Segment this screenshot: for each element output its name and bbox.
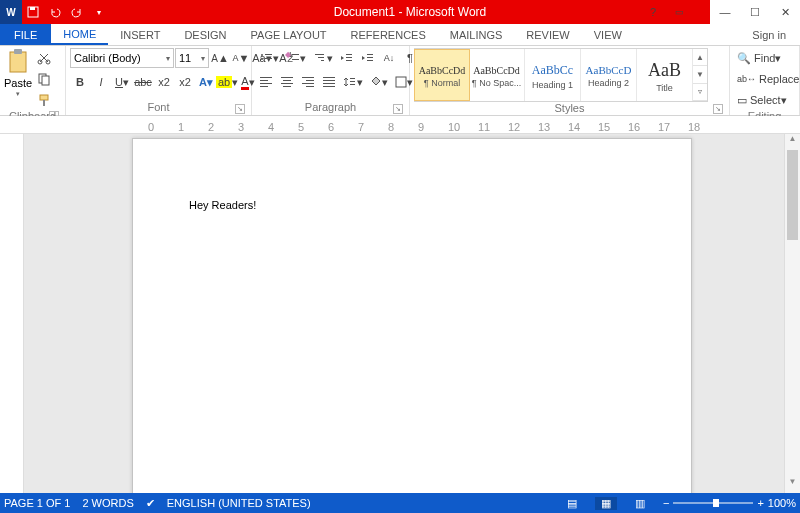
minimize-button[interactable]: — <box>710 0 740 24</box>
style-item-1[interactable]: AaBbCcDd¶ No Spac... <box>469 49 525 101</box>
document-text[interactable]: Hey Readers! <box>189 199 256 211</box>
vertical-ruler[interactable] <box>0 134 24 493</box>
replace-button[interactable]: ab↔Replace <box>734 69 798 89</box>
svg-rect-9 <box>43 100 45 106</box>
underline-button[interactable]: U▾ <box>112 72 132 92</box>
ribbon-display-icon[interactable]: ▭ <box>668 7 690 17</box>
tab-mailings[interactable]: MAILINGS <box>438 24 515 45</box>
redo-icon[interactable] <box>66 0 88 24</box>
align-right-button[interactable] <box>298 72 318 92</box>
grow-font-button[interactable]: A▲ <box>210 48 230 68</box>
style-item-2[interactable]: AaBbCcHeading 1 <box>525 49 581 101</box>
undo-icon[interactable] <box>44 0 66 24</box>
group-font: ▾ ▾ A▲ A▼ Aa▾ A◆ B I U▾ abc x2 x2 A▾ ab▾… <box>66 46 252 115</box>
paste-label: Paste <box>4 77 32 89</box>
scrollbar-thumb[interactable] <box>787 150 798 240</box>
select-button[interactable]: ▭Select ▾ <box>734 90 798 110</box>
help-icon[interactable]: ? <box>642 6 664 18</box>
document-page[interactable]: Hey Readers! <box>132 138 692 493</box>
svg-rect-23 <box>346 60 352 61</box>
find-button[interactable]: 🔍Find ▾ <box>734 48 798 68</box>
svg-rect-37 <box>302 83 314 84</box>
format-painter-icon <box>37 93 51 107</box>
tab-home[interactable]: HOME <box>51 24 108 45</box>
zoom-level[interactable]: 100% <box>768 497 796 509</box>
font-size-input[interactable] <box>179 52 201 64</box>
style-item-4[interactable]: AaBTitle <box>637 49 693 101</box>
justify-button[interactable] <box>319 72 339 92</box>
format-painter-button[interactable] <box>34 90 54 110</box>
svg-rect-33 <box>281 83 293 84</box>
svg-rect-20 <box>321 60 324 61</box>
group-editing: 🔍Find ▾ ab↔Replace ▭Select ▾ Editing <box>730 46 800 115</box>
dialog-launcher-icon[interactable]: ↘ <box>393 104 403 114</box>
text-effects-button[interactable]: A▾ <box>196 72 216 92</box>
group-label: Styles <box>555 102 585 114</box>
sign-in-link[interactable]: Sign in <box>744 24 794 45</box>
maximize-button[interactable]: ☐ <box>740 0 770 24</box>
status-proofing-icon[interactable]: ✔ <box>146 497 155 510</box>
bullets-button[interactable]: ▾ <box>256 48 282 68</box>
tab-page-layout[interactable]: PAGE LAYOUT <box>239 24 339 45</box>
group-label: Font <box>147 101 169 113</box>
tab-design[interactable]: DESIGN <box>172 24 238 45</box>
view-read-mode[interactable]: ▤ <box>561 497 583 510</box>
font-name-input[interactable] <box>74 52 164 64</box>
zoom-out-button[interactable]: − <box>663 497 669 509</box>
tab-review[interactable]: REVIEW <box>514 24 581 45</box>
tab-file[interactable]: FILE <box>0 24 51 45</box>
increase-indent-button[interactable] <box>358 48 378 68</box>
superscript-button[interactable]: x2 <box>175 72 195 92</box>
multilevel-list-button[interactable]: ▾ <box>310 48 336 68</box>
svg-rect-8 <box>40 95 48 100</box>
paste-button[interactable]: Paste ▾ <box>4 48 32 98</box>
style-item-3[interactable]: AaBbCcDHeading 2 <box>581 49 637 101</box>
shrink-font-button[interactable]: A▼ <box>231 48 251 68</box>
status-language[interactable]: ENGLISH (UNITED STATES) <box>167 497 311 509</box>
word-app-icon[interactable]: W <box>0 0 22 24</box>
tab-view[interactable]: VIEW <box>582 24 634 45</box>
styles-gallery[interactable]: AaBbCcDd¶ NormalAaBbCcDd¶ No Spac...AaBb… <box>414 48 708 102</box>
save-icon[interactable] <box>22 0 44 24</box>
svg-rect-46 <box>396 77 406 87</box>
italic-button[interactable]: I <box>91 72 111 92</box>
bold-button[interactable]: B <box>70 72 90 92</box>
view-print-layout[interactable]: ▦ <box>595 497 617 510</box>
style-item-0[interactable]: AaBbCcDd¶ Normal <box>414 49 470 101</box>
align-center-button[interactable] <box>277 72 297 92</box>
line-spacing-button[interactable]: ▾ <box>340 72 366 92</box>
zoom-slider[interactable] <box>673 502 753 504</box>
tab-insert[interactable]: INSERT <box>108 24 172 45</box>
decrease-indent-button[interactable] <box>337 48 357 68</box>
sort-button[interactable]: A↓ <box>379 48 399 68</box>
strikethrough-button[interactable]: abc <box>133 72 153 92</box>
svg-rect-21 <box>346 54 352 55</box>
horizontal-ruler[interactable]: 0123456789101112131415161718 <box>0 116 800 134</box>
copy-button[interactable] <box>34 69 54 89</box>
subscript-button[interactable]: x2 <box>154 72 174 92</box>
svg-point-12 <box>261 58 263 60</box>
find-icon: 🔍 <box>737 52 751 65</box>
font-name-combo[interactable]: ▾ <box>70 48 174 68</box>
styles-more[interactable]: ▲▼▿ <box>693 49 707 101</box>
view-web-layout[interactable]: ▥ <box>629 497 651 510</box>
dialog-launcher-icon[interactable]: ↘ <box>235 104 245 114</box>
font-size-combo[interactable]: ▾ <box>175 48 209 68</box>
shading-button[interactable]: ▾ <box>367 72 391 92</box>
highlight-button[interactable]: ab▾ <box>217 72 237 92</box>
svg-rect-19 <box>318 57 324 58</box>
svg-rect-18 <box>315 54 324 55</box>
status-page[interactable]: PAGE 1 OF 1 <box>4 497 70 509</box>
dialog-launcher-icon[interactable]: ↘ <box>713 104 723 114</box>
document-area: Hey Readers! ▲ ▼ <box>0 134 800 493</box>
cut-button[interactable] <box>34 48 54 68</box>
zoom-in-button[interactable]: + <box>757 497 763 509</box>
status-words[interactable]: 2 WORDS <box>82 497 133 509</box>
svg-point-10 <box>261 54 263 56</box>
zoom-control[interactable]: − + 100% <box>663 497 796 509</box>
tab-references[interactable]: REFERENCES <box>339 24 438 45</box>
qat-customize-icon[interactable]: ▾ <box>88 0 110 24</box>
align-left-button[interactable] <box>256 72 276 92</box>
close-button[interactable]: ✕ <box>770 0 800 24</box>
vertical-scrollbar[interactable]: ▲ ▼ <box>784 134 800 493</box>
